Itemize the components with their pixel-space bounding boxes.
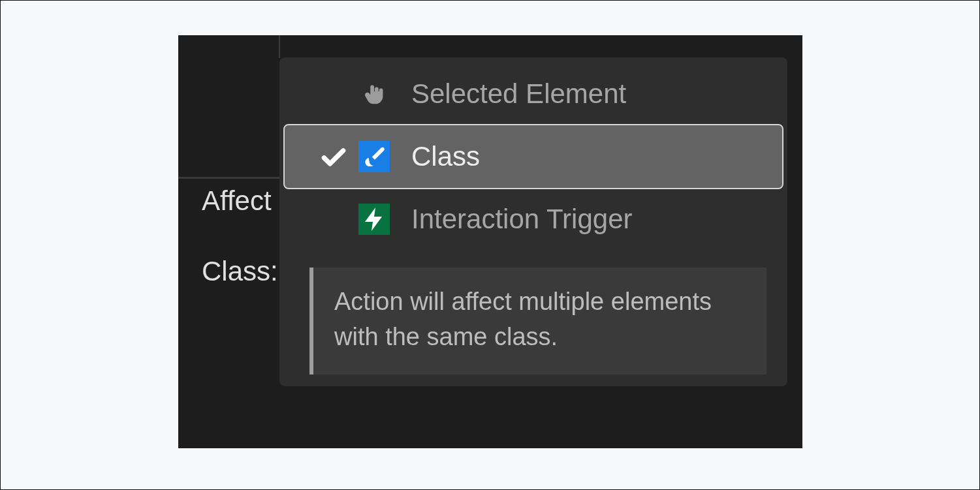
option-selected-element[interactable]: Selected Element: [285, 63, 782, 125]
dropdown-hint-text: Action will affect multiple elements wit…: [334, 284, 746, 355]
affect-dropdown[interactable]: Selected Element Class: [279, 57, 787, 386]
checkmark-icon: [313, 142, 354, 171]
panel-divider: [178, 177, 280, 179]
option-interaction-trigger[interactable]: Interaction Trigger: [285, 188, 782, 251]
option-label: Selected Element: [394, 78, 626, 110]
left-label-column: Affect Class:: [178, 185, 278, 287]
option-label: Class: [394, 141, 480, 172]
page-canvas: Affect Class: Selected Element: [0, 0, 980, 490]
option-label: Interaction Trigger: [394, 204, 633, 235]
panel-top-tick: [279, 35, 280, 58]
option-class[interactable]: Class: [285, 125, 782, 188]
bolt-icon: [354, 204, 394, 235]
brush-icon: [354, 141, 394, 172]
dropdown-hint-box: Action will affect multiple elements wit…: [309, 268, 767, 375]
affect-label: Affect: [202, 185, 278, 217]
settings-panel: Affect Class: Selected Element: [178, 35, 802, 448]
class-label: Class:: [202, 256, 278, 287]
pointer-icon: [354, 79, 394, 109]
